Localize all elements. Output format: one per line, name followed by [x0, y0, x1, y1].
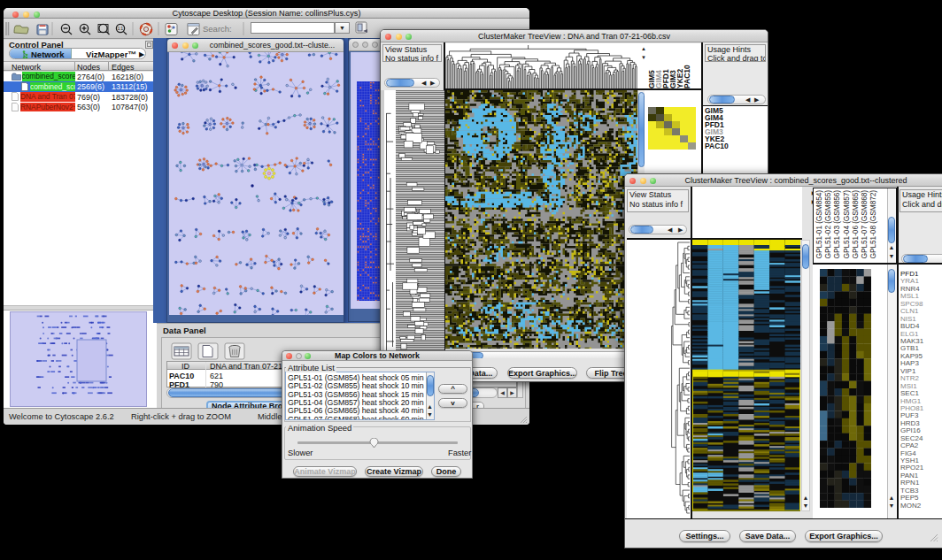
svg-text:GPL51-08 (GSM872): GPL51-08 (GSM872) — [869, 190, 877, 259]
svg-text:GPL51-06 (GSM865): GPL51-06 (GSM865) — [851, 190, 860, 259]
svg-text:PAC10: PAC10 — [683, 65, 691, 88]
svg-text:Search:: Search: — [203, 24, 232, 34]
svg-text:GPL51-02 (GSM855): GPL51-02 (GSM855) — [823, 190, 832, 259]
svg-text:GPL51-03 (GSM856): GPL51-03 (GSM856) — [832, 190, 841, 259]
svg-text:1:1: 1:1 — [118, 27, 124, 31]
svg-text:GPL51-01 (GSM854): GPL51-01 (GSM854) — [815, 190, 823, 259]
svg-text:GPL51-07 (GSM868): GPL51-07 (GSM868) — [860, 190, 869, 259]
svg-text:GPL51-04 (GSM857): GPL51-04 (GSM857) — [842, 190, 851, 259]
